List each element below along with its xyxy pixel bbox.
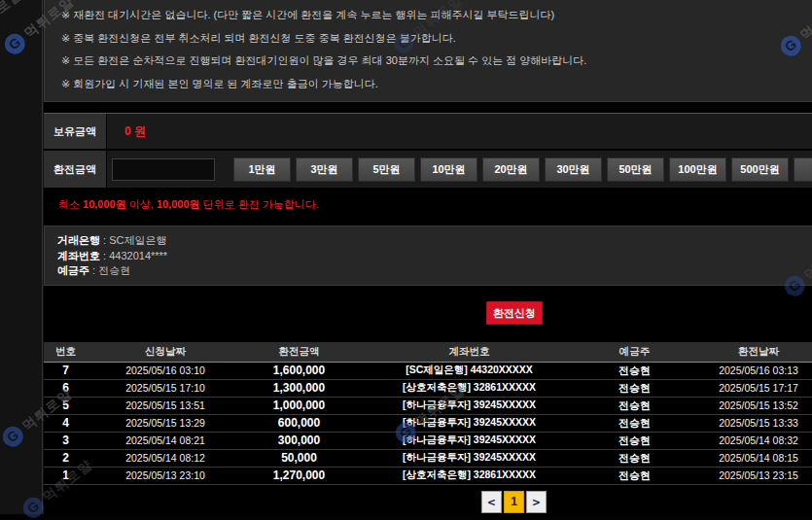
pagination-prev-button[interactable]: < (481, 491, 502, 513)
quick-amount-button[interactable]: 30만원 (545, 157, 602, 182)
balance-row: 보유금액 0 원 (44, 114, 812, 149)
notice-line: ※ 중복 환전신청은 전부 취소처리 되며 환전신청 도중 중복 환전신청은 불… (61, 27, 812, 51)
balance-value: 0 원 (107, 114, 812, 149)
notice-box: ※ 재환전 대기시간은 없습니다. (다만 짧은 시간에 환전을 계속 누르는 … (44, 0, 812, 102)
bottom-bar (0, 514, 812, 520)
account-holder-line: 예금주 : 전승현 (57, 263, 812, 279)
quick-amount-button[interactable]: 5만원 (358, 157, 415, 182)
col-header-exchange-date: 환전날짜 (686, 342, 812, 362)
table-row: 32025/05/14 08:21300,000[하나금융투자] 39245XX… (44, 432, 812, 449)
quick-amount-button[interactable]: 50만원 (607, 157, 664, 182)
exchange-amount-label: 환전금액 (44, 151, 107, 188)
pagination-next-button[interactable]: > (526, 491, 547, 513)
account-number-line: 계좌번호 : 4432014**** (57, 249, 812, 264)
content-left-border (42, 0, 43, 514)
quick-amount-button[interactable]: 20만원 (482, 157, 540, 182)
table-header-row: 번호 신청날짜 환전금액 계좌번호 예금주 환전날짜 (44, 342, 812, 362)
quick-amount-button[interactable]: 1만원 (233, 157, 291, 182)
watermark-logo-icon: G (1, 29, 29, 57)
col-header-amount: 환전금액 (243, 342, 355, 362)
quick-amount-button[interactable]: 10만원 (420, 157, 477, 182)
notice-line: ※ 모든 환전은 순차적으로 진행되며 환전대기인원이 많을 경우 최대 30분… (61, 50, 812, 73)
exchange-form: 보유금액 0 원 환전금액 1만원 3만원 5만원 10만원 20만원 30만원… (44, 113, 812, 188)
minimum-amount-notice: 최소 10,000원 이상, 10,000원 단위로 환전 가능합니다. (58, 197, 319, 212)
quick-amount-button[interactable]: 3만원 (296, 157, 353, 182)
pagination: < 1 > (481, 491, 548, 513)
col-header-request-date: 신청날짜 (88, 342, 243, 362)
exchange-amount-input[interactable] (112, 158, 215, 181)
table-row: 12025/05/13 23:101,270,000[상호저축은행] 32861… (44, 467, 812, 484)
watermark-logo-icon: G (0, 422, 27, 450)
exchange-page: ※ 재환전 대기시간은 없습니다. (다만 짧은 시간에 환전을 계속 누르는 … (44, 0, 812, 514)
notice-line: ※ 재환전 대기시간은 없습니다. (다만 짧은 시간에 환전을 계속 누르는 … (61, 4, 812, 27)
balance-label: 보유금액 (44, 114, 107, 149)
col-header-account: 계좌번호 (355, 342, 583, 362)
col-header-no: 번호 (44, 342, 88, 362)
exchange-amount-row: 환전금액 1만원 3만원 5만원 10만원 20만원 30만원 50만원 100… (44, 149, 812, 188)
quick-amount-buttons: 1만원 3만원 5만원 10만원 20만원 30만원 50만원 100만원 50… (233, 157, 812, 182)
exchange-history-table: 번호 신청날짜 환전금액 계좌번호 예금주 환전날짜 72025/05/16 0… (44, 342, 812, 485)
table-row: 42025/05/15 13:29600,000[하나금융투자] 39245XX… (44, 414, 812, 432)
notice-line: ※ 회원가입 시 기재된 본인 명의로 된 계좌로만 출금이 가능합니다. (61, 73, 812, 96)
site-watermark: G먹튀로얄 (0, 0, 26, 52)
table-row: 22025/05/14 08:1250,000[하나금융투자] 39245XXX… (44, 449, 812, 467)
exchange-request-button[interactable]: 환전신청 (486, 301, 543, 325)
pagination-page-1[interactable]: 1 (504, 491, 524, 513)
bank-account-info: 거래은행 : SC제일은행 계좌번호 : 4432014**** 예금주 : 전… (44, 225, 812, 286)
table-row: 62025/05/15 17:101,300,000[상호저축은행] 32861… (44, 379, 812, 397)
quick-amount-button[interactable]: 500만원 (731, 157, 789, 182)
quick-amount-button-clipped[interactable] (794, 157, 812, 182)
quick-amount-button[interactable]: 100만원 (669, 157, 726, 182)
bank-name-line: 거래은행 : SC제일은행 (57, 233, 812, 249)
table-row: 52025/05/15 13:511,000,000[하나금융투자] 39245… (44, 397, 812, 414)
col-header-holder: 예금주 (583, 342, 686, 362)
table-row: 72025/05/16 03:101,600,000[SC제일은행] 44320… (44, 362, 812, 379)
